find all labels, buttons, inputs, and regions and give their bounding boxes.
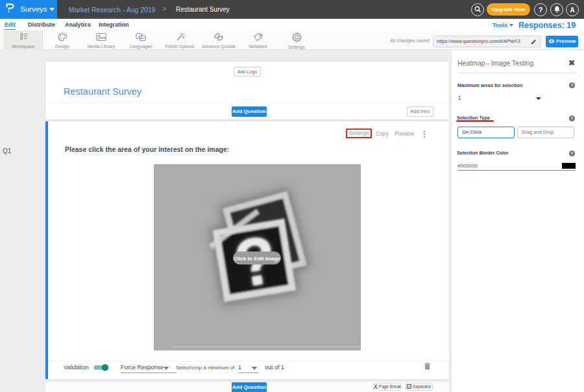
svg-text:A: A — [141, 36, 144, 40]
svg-text:Click to Edit Image: Click to Edit Image — [234, 256, 280, 262]
